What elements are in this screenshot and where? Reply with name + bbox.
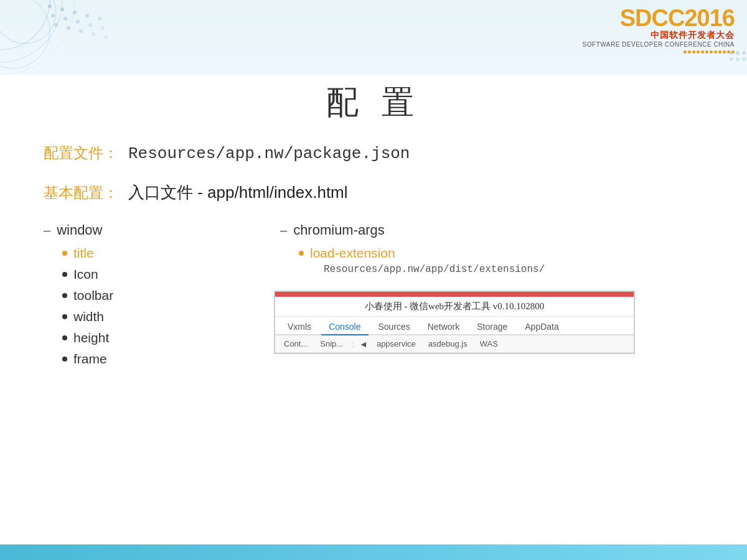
tab-vxmls[interactable]: Vxmls [280,319,319,334]
bullet-dot-4 [62,314,67,319]
left-section-header: – window [44,222,280,238]
svg-point-24 [736,57,740,61]
sdcc-subtitle: 中国软件开发者大会 [583,30,735,41]
list-item: load-extension [299,246,703,261]
screenshot-area: 小春使用 - 微信web开发者工具 v0.10.102800 Vxmls Con… [274,291,635,354]
tab-appdata[interactable]: AppData [517,319,566,334]
svg-point-19 [104,35,108,39]
tab-storage[interactable]: Storage [469,319,515,334]
svg-point-2 [0,0,75,75]
decorative-circles [0,0,112,75]
basic-config-row: 基本配置： 入口文件 - app/html/index.html [44,182,703,203]
left-bullet-list: title Icon toolbar width height [44,246,280,366]
two-col-section: – window title Icon toolbar wid [44,222,703,373]
svg-point-21 [736,51,740,55]
sdcc-dots [583,50,735,54]
list-item: toolbar [62,288,280,303]
screenshot-toolbar: Cont... Snip... : ◄ appservice asdebug.j… [275,335,634,353]
svg-point-18 [92,32,95,36]
screenshot-tabs: Vxmls Console Sources Network Storage Ap… [275,317,634,335]
svg-point-13 [88,23,92,27]
list-item: title [62,246,280,261]
right-dash: – [280,223,287,238]
svg-point-4 [0,0,50,68]
svg-point-23 [730,57,733,61]
config-file-label: 配置文件： [44,143,118,163]
svg-point-22 [742,51,746,55]
list-item: Icon [62,267,280,282]
right-bullet-list: load-extension [280,246,703,261]
toolbar-sep: : [352,339,354,349]
page-title: 配 置 [0,81,747,124]
screenshot-title: 小春使用 - 微信web开发者工具 v0.10.102800 [275,297,634,317]
bullet-dot-6 [62,357,67,362]
toolbar-asdebug[interactable]: asdebug.js [425,338,471,350]
basic-config-label: 基本配置： [44,183,118,203]
bullet-dot-3 [62,293,67,298]
svg-point-6 [60,7,64,11]
config-file-row: 配置文件： Resources/app.nw/package.json [44,143,703,163]
right-bullet-dot-1 [299,251,304,256]
left-header-text: window [57,222,102,238]
svg-point-15 [54,23,58,27]
svg-point-11 [63,17,67,21]
item-frame: frame [73,352,107,366]
item-title: title [73,246,94,261]
item-load-extension: load-extension [310,246,395,261]
tab-console[interactable]: Console [321,319,368,335]
toolbar-appservice[interactable]: appservice [373,338,420,350]
right-header-text: chromium-args [293,222,385,238]
svg-point-25 [742,57,746,61]
svg-point-16 [67,26,70,30]
left-column: – window title Icon toolbar wid [44,222,280,373]
svg-point-5 [48,4,52,8]
bullet-dot-5 [62,335,67,340]
sdcc-sub2: SOFTWARE DEVELOPER CONFERENCE CHINA [583,41,735,48]
item-width: width [73,309,104,324]
tab-network[interactable]: Network [420,319,467,334]
bullet-dot-orange-1 [62,251,67,256]
svg-point-10 [51,14,55,17]
tab-sources[interactable]: Sources [371,319,418,334]
list-item: width [62,309,280,324]
svg-point-7 [73,11,77,14]
list-item: height [62,330,280,345]
sdcc-title: SDCC2016 [583,6,735,30]
toolbar-icon[interactable]: ◄ [359,339,368,349]
svg-point-14 [101,26,105,30]
screenshot-red-bar [275,292,634,297]
basic-config-value: 入口文件 - app/html/index.html [128,182,348,203]
svg-point-0 [0,0,50,50]
bullet-dot-2 [62,272,67,277]
bottom-bar [0,544,747,560]
left-dash: – [44,223,50,238]
item-toolbar: toolbar [73,288,113,303]
list-item: frame [62,352,280,366]
main-content: 配置文件： Resources/app.nw/package.json 基本配置… [0,124,747,391]
config-file-value: Resources/app.nw/package.json [128,144,410,163]
right-column: – chromium-args load-extension Resources… [280,222,703,373]
sdcc-logo: SDCC2016 中国软件开发者大会 SOFTWARE DEVELOPER CO… [583,6,735,54]
toolbar-was[interactable]: WAS [476,338,502,350]
svg-point-8 [85,14,89,17]
extension-path: Resources/app.nw/app/dist/extensions/ [280,264,703,275]
right-dots [728,50,747,68]
svg-point-20 [730,51,733,55]
header-area: SDCC2016 中国软件开发者大会 SOFTWARE DEVELOPER CO… [0,0,747,75]
sdcc-year: 2016 [684,5,735,31]
toolbar-snip[interactable]: Snip... [316,338,347,350]
item-icon: Icon [73,267,98,282]
item-height: height [73,330,109,345]
right-section-header: – chromium-args [280,222,703,238]
toolbar-cont[interactable]: Cont... [280,338,311,350]
svg-point-12 [76,20,80,24]
svg-point-17 [79,29,83,33]
svg-point-3 [0,0,56,44]
svg-point-9 [98,17,101,21]
sdcc-part1: SDCC [620,5,685,31]
